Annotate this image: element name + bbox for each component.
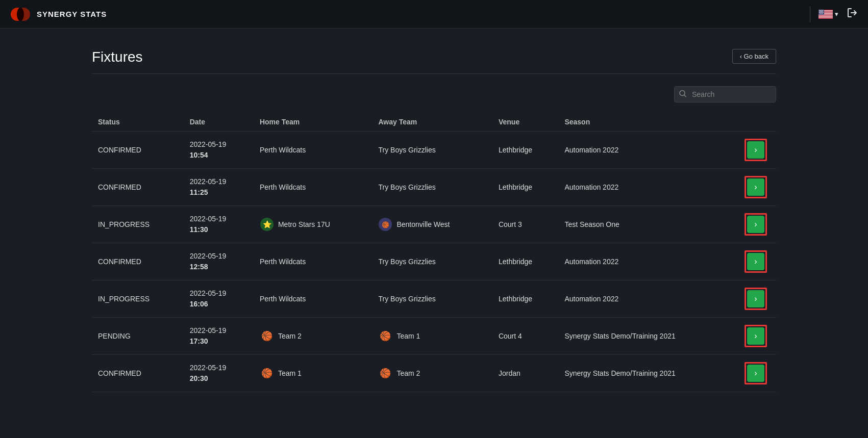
status-cell: CONFIRMED: [92, 132, 184, 169]
svg-text:⭐: ⭐: [262, 220, 271, 229]
team-name: Perth Wildcats: [260, 295, 306, 303]
team-cell: 🏀Team 2: [260, 329, 366, 343]
season-cell: Synergy Stats Demo/Training 2021: [558, 318, 735, 355]
team-name: Metro Stars 17U: [278, 220, 330, 228]
col-date: Date: [184, 113, 254, 132]
date-cell: 2022-05-19 17:30: [184, 318, 254, 355]
table-row: CONFIRMED 2022-05-19 20:30 🏀Team 1 🏀Team…: [92, 355, 776, 392]
action-cell: ›: [735, 355, 776, 392]
navbar-right: ★★★★★ ★★★★ ★★★★★ ★★★★ ▾: [810, 6, 858, 22]
date-cell: 2022-05-19 11:30: [184, 206, 254, 243]
date-cell: 2022-05-19 12:58: [184, 243, 254, 280]
season-cell: Automation 2022: [558, 280, 735, 318]
home-team-cell: ⭐Metro Stars 17U: [254, 206, 373, 243]
navigate-button[interactable]: ›: [747, 253, 764, 270]
home-team-cell: Perth Wildcats: [254, 280, 373, 318]
svg-text:★: ★: [822, 12, 824, 14]
go-back-button[interactable]: ‹ Go back: [732, 49, 776, 64]
date-cell: 2022-05-19 10:54: [184, 132, 254, 169]
home-team-cell: 🏀Team 1: [254, 355, 373, 392]
svg-point-2: [17, 8, 24, 21]
home-team-cell: Perth Wildcats: [254, 132, 373, 169]
table-header: Status Date Home Team Away Team Venue Se…: [92, 113, 776, 132]
home-team-cell: Perth Wildcats: [254, 169, 373, 206]
date-value: 2022-05-19: [190, 363, 247, 373]
team-name: Try Boys Grizzlies: [378, 146, 435, 154]
venue-cell: Jordan: [492, 355, 558, 392]
logout-icon: [847, 7, 858, 18]
venue-cell: Court 3: [492, 206, 558, 243]
navigate-button[interactable]: ›: [747, 141, 764, 159]
page-header: Fixtures ‹ Go back: [92, 49, 776, 65]
page-title: Fixtures: [92, 49, 143, 65]
navbar: SYNERGY STATS ★★★★★: [0, 0, 868, 29]
language-selector[interactable]: ★★★★★ ★★★★ ★★★★★ ★★★★ ▾: [819, 10, 838, 19]
team-name: Try Boys Grizzlies: [378, 183, 435, 191]
navigate-button[interactable]: ›: [747, 365, 764, 382]
app-title: SYNERGY STATS: [37, 10, 107, 18]
team-name: Team 1: [396, 332, 420, 340]
svg-rect-13: [819, 16, 833, 17]
team-cell: 🏀Team 2: [378, 366, 486, 380]
team-name: Team 1: [278, 369, 302, 377]
season-cell: Test Season One: [558, 206, 735, 243]
logout-button[interactable]: [847, 7, 858, 21]
date-cell: 2022-05-19 20:30: [184, 355, 254, 392]
away-team-cell: Try Boys Grizzlies: [372, 280, 492, 318]
time-value: 20:30: [190, 373, 247, 384]
team-cell: 🏀Bentonville West: [378, 217, 486, 231]
svg-rect-11: [819, 15, 833, 16]
action-cell: ›: [735, 169, 776, 206]
action-cell: ›: [735, 243, 776, 280]
team-icon: 🏀: [378, 217, 392, 231]
team-name: Try Boys Grizzlies: [378, 295, 435, 303]
table-row: CONFIRMED 2022-05-19 10:54 Perth Wildcat…: [92, 132, 776, 169]
team-name: Try Boys Grizzlies: [378, 257, 435, 266]
time-value: 17:30: [190, 336, 247, 347]
svg-rect-10: [819, 14, 833, 15]
search-icon: [679, 90, 686, 99]
season-cell: Automation 2022: [558, 169, 735, 206]
date-value: 2022-05-19: [190, 251, 247, 262]
away-team-cell: Try Boys Grizzlies: [372, 132, 492, 169]
away-team-cell: Try Boys Grizzlies: [372, 243, 492, 280]
action-cell: ›: [735, 206, 776, 243]
venue-cell: Lethbridge: [492, 169, 558, 206]
team-icon: 🏀: [260, 329, 274, 343]
status-cell: CONFIRMED: [92, 355, 184, 392]
date-cell: 2022-05-19 16:06: [184, 280, 254, 318]
col-actions: [735, 113, 776, 132]
away-team-cell: 🏀Bentonville West: [372, 206, 492, 243]
venue-cell: Lethbridge: [492, 280, 558, 318]
status-cell: CONFIRMED: [92, 169, 184, 206]
time-value: 11:30: [190, 224, 247, 235]
away-team-cell: 🏀Team 1: [372, 318, 492, 355]
fixtures-tbody: CONFIRMED 2022-05-19 10:54 Perth Wildcat…: [92, 132, 776, 392]
time-value: 12:58: [190, 262, 247, 272]
date-value: 2022-05-19: [190, 139, 247, 150]
team-name: Bentonville West: [396, 220, 450, 228]
col-season: Season: [558, 113, 735, 132]
venue-cell: Court 4: [492, 318, 558, 355]
main-content: Fixtures ‹ Go back Status Date Home Team…: [0, 29, 868, 413]
navigate-button[interactable]: ›: [747, 290, 764, 307]
date-value: 2022-05-19: [190, 325, 247, 336]
home-team-cell: 🏀Team 2: [254, 318, 373, 355]
team-name: Perth Wildcats: [260, 257, 306, 266]
col-status: Status: [92, 113, 184, 132]
navigate-button[interactable]: ›: [747, 216, 764, 233]
table-row: IN_PROGRESS 2022-05-19 16:06 Perth Wildc…: [92, 280, 776, 318]
navigate-button[interactable]: ›: [747, 327, 764, 345]
navigate-button[interactable]: ›: [747, 178, 764, 196]
team-icon: 🏀: [378, 329, 392, 343]
search-container: [92, 86, 776, 102]
svg-rect-12: [819, 16, 833, 16]
svg-rect-15: [819, 18, 833, 18]
team-name: Perth Wildcats: [260, 183, 306, 191]
search-input[interactable]: [674, 86, 776, 102]
season-cell: Automation 2022: [558, 132, 735, 169]
date-value: 2022-05-19: [190, 176, 247, 187]
app-logo: [10, 4, 31, 24]
venue-cell: Lethbridge: [492, 132, 558, 169]
fixtures-table: Status Date Home Team Away Team Venue Se…: [92, 113, 776, 392]
